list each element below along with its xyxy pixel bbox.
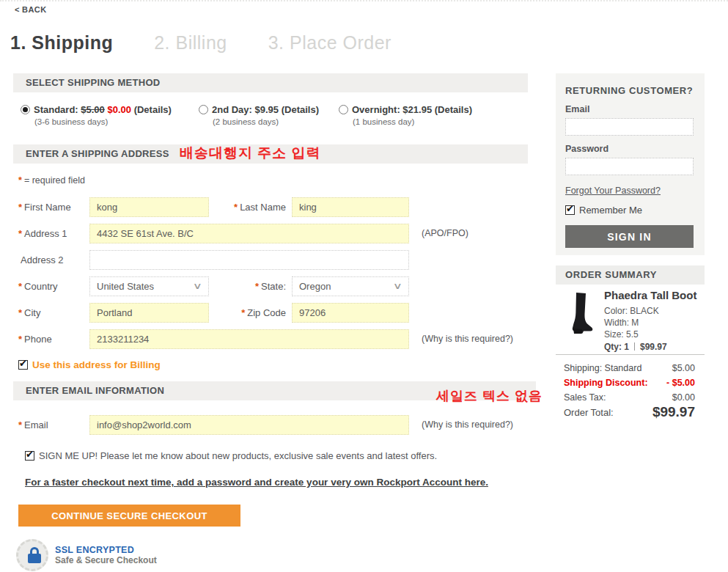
- korean-annotation-sales-tax: 세일즈 텍스 없음: [436, 387, 543, 405]
- product-info: Phaedra Tall Boot Color: BLACK Width: M …: [604, 289, 705, 352]
- standard-price: $0.00: [107, 104, 131, 115]
- city-zip-row: *City *Zip Code: [13, 303, 536, 323]
- step-billing: 2. Billing: [154, 32, 227, 54]
- country-label: *Country: [18, 281, 58, 292]
- phone-field[interactable]: [89, 329, 409, 349]
- chevron-down-icon: ∨: [393, 277, 402, 296]
- order-summary-product: Phaedra Tall Boot Color: BLACK Width: M …: [556, 289, 705, 352]
- remember-me-row: ✔Remember Me: [565, 205, 694, 216]
- product-image-boot: [566, 292, 595, 336]
- first-name-label: *First Name: [18, 202, 71, 213]
- check-icon: ✔: [19, 358, 27, 369]
- phone-row: *Phone (Why is this required?): [13, 329, 536, 349]
- shipping-option-overnight: Overnight: $21.95 (Details) (1 business …: [339, 103, 472, 126]
- use-for-billing-checkbox[interactable]: ✔: [18, 360, 28, 370]
- second-day-label: 2nd Day:: [212, 104, 252, 115]
- first-name-field[interactable]: [89, 197, 209, 217]
- address2-field[interactable]: [89, 250, 409, 270]
- second-day-price: $9.95: [255, 104, 279, 115]
- standard-old-price: $5.00: [81, 104, 105, 115]
- second-day-duration: (2 business days): [199, 117, 319, 126]
- order-total-row: Order Total: $99.97: [564, 405, 695, 419]
- address1-label: *Address 1: [18, 228, 67, 239]
- name-row: *First Name *Last Name: [13, 197, 536, 217]
- zip-field[interactable]: [292, 303, 409, 323]
- standard-details-link[interactable]: (Details): [134, 104, 172, 115]
- checkout-main: SELECT SHIPPING METHOD Standard: $5.00 $…: [13, 73, 536, 572]
- ssl-subtitle: Safe & Secure Checkout: [55, 555, 157, 565]
- overnight-label: Overnight:: [352, 104, 400, 115]
- billing-address-row: ✔Use this address for Billing: [18, 359, 161, 370]
- order-summary-header: ORDER SUMMARY: [556, 265, 705, 285]
- sign-in-button[interactable]: SIGN IN: [565, 225, 694, 248]
- standard-duration: (3-6 business days): [21, 117, 172, 126]
- shipping-method-options: Standard: $5.00 $0.00 (Details) (3-6 bus…: [13, 103, 536, 133]
- continue-checkout-button[interactable]: CONTINUE SECURE CHECKOUT: [18, 505, 240, 527]
- sidebar-password-label: Password: [565, 144, 694, 154]
- checkout-page: <BACK 1. Shipping 2. Billing 3. Place Or…: [0, 0, 728, 572]
- use-for-billing-label: Use this address for Billing: [32, 359, 161, 370]
- required-field-note: *= required field: [18, 175, 85, 186]
- returning-customer-panel: RETURNING CUSTOMER? Email Password Forgo…: [556, 73, 705, 255]
- sign-me-up-label: SIGN ME UP! Please let me know about new…: [39, 450, 437, 461]
- shipping-discount-row: Shipping Discount: - $5.00: [564, 375, 695, 390]
- returning-customer-title: RETURNING CUSTOMER?: [565, 85, 694, 96]
- address2-row: Address 2: [13, 250, 536, 270]
- state-select[interactable]: Oregon∨: [292, 276, 409, 296]
- overnight-details-link[interactable]: (Details): [435, 104, 472, 115]
- shipping-total-row: Shipping: Standard $5.00: [564, 361, 695, 375]
- email-row: *Email (Why is this required?): [13, 415, 536, 435]
- ssl-seal: [16, 539, 48, 571]
- standard-radio[interactable]: [21, 105, 30, 114]
- shipping-option-standard: Standard: $5.00 $0.00 (Details) (3-6 bus…: [21, 103, 172, 126]
- create-account-link[interactable]: For a faster checkout next time, add a p…: [25, 477, 488, 488]
- shipping-method-header: SELECT SHIPPING METHOD: [13, 73, 528, 92]
- shipping-option-2nd-day: 2nd Day: $9.95 (Details) (2 business day…: [199, 103, 319, 126]
- required-star: *: [18, 175, 22, 186]
- phone-why-required-link[interactable]: (Why is this required?): [422, 334, 513, 344]
- email-field[interactable]: [89, 415, 409, 435]
- remember-me-checkbox[interactable]: ✔: [565, 205, 575, 215]
- last-name-label: *Last Name: [227, 202, 286, 213]
- remember-me-label: Remember Me: [579, 205, 642, 216]
- product-name: Phaedra Tall Boot: [604, 289, 705, 301]
- apo-fpo-link[interactable]: (APO/FPO): [422, 228, 468, 238]
- check-icon: ✔: [566, 203, 574, 214]
- chevron-down-icon: ∨: [193, 277, 202, 296]
- divider: [634, 342, 635, 351]
- sidebar-password-field[interactable]: [565, 158, 694, 175]
- city-label: *City: [18, 307, 40, 318]
- step-place-order: 3. Place Order: [268, 32, 391, 54]
- country-state-row: *Country United States∨ *State: Oregon∨: [13, 276, 536, 296]
- sidebar-email-field[interactable]: [565, 118, 694, 136]
- email-label: *Email: [18, 419, 48, 430]
- email-why-required-link[interactable]: (Why is this required?): [422, 419, 513, 430]
- forgot-password-link[interactable]: Forgot Your Password?: [565, 186, 661, 196]
- korean-annotation-shipping-address: 배송대행지 주소 입력: [180, 143, 321, 164]
- shipping-address-title: ENTER A SHIPPING ADDRESS: [26, 148, 169, 159]
- ssl-badge: SSL ENCRYPTED Safe & Secure Checkout: [16, 539, 157, 571]
- address1-row: *Address 1 (APO/FPO): [13, 224, 536, 243]
- checkout-steps: 1. Shipping 2. Billing 3. Place Order: [10, 32, 391, 54]
- overnight-duration: (1 business day): [339, 117, 472, 126]
- overnight-radio[interactable]: [339, 105, 348, 114]
- city-field[interactable]: [89, 303, 209, 323]
- product-width: Width: M: [604, 317, 705, 329]
- product-qty-price: Qty: 1$99.97: [604, 342, 705, 352]
- ssl-text: SSL ENCRYPTED Safe & Secure Checkout: [55, 545, 157, 565]
- country-select[interactable]: United States∨: [89, 276, 209, 296]
- product-size: Size: 5.5: [604, 329, 705, 340]
- email-info-title: ENTER EMAIL INFORMATION: [26, 385, 164, 396]
- ssl-title: SSL ENCRYPTED: [55, 545, 157, 555]
- second-day-radio[interactable]: [199, 105, 208, 114]
- address1-field[interactable]: [89, 224, 409, 243]
- shipping-address-header: ENTER A SHIPPING ADDRESS 배송대행지 주소 입력: [13, 144, 528, 164]
- overnight-price: $21.95: [402, 104, 432, 115]
- last-name-field[interactable]: [292, 197, 409, 217]
- step-shipping: 1. Shipping: [10, 32, 113, 54]
- second-day-details-link[interactable]: (Details): [282, 104, 319, 115]
- sign-me-up-checkbox[interactable]: ✔: [25, 451, 34, 461]
- back-link[interactable]: <BACK: [15, 5, 47, 14]
- lock-icon: [28, 547, 41, 563]
- sidebar-email-label: Email: [565, 104, 694, 114]
